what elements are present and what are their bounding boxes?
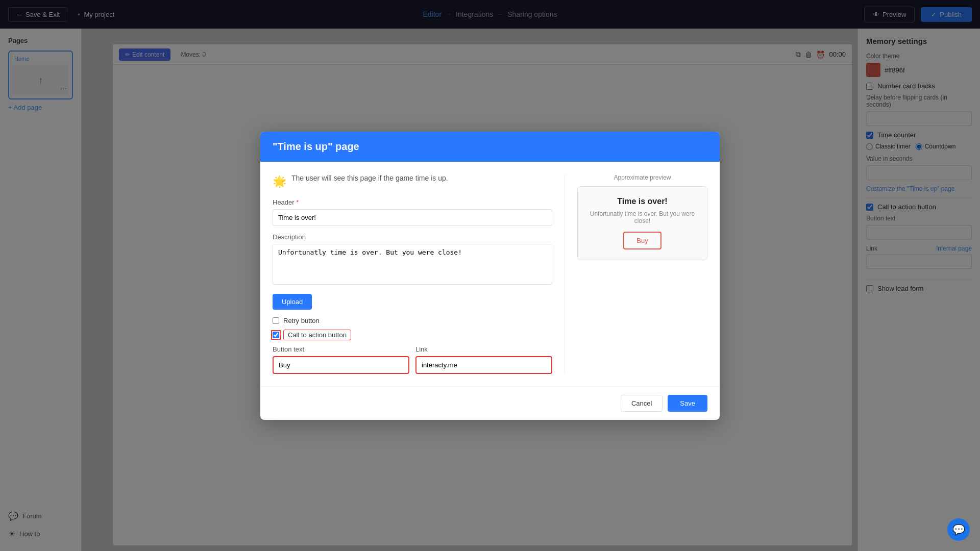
modal-title: "Time is up" page (273, 141, 359, 153)
modal-form: 🌟 The user will see this page if the gam… (273, 174, 552, 374)
upload-button[interactable]: Upload (273, 294, 312, 310)
button-text-input[interactable] (273, 356, 409, 374)
sun-icon: 🌟 (273, 175, 286, 188)
time-is-up-modal: "Time is up" page 🌟 The user will see th… (260, 132, 720, 420)
retry-button-label: Retry button (283, 317, 320, 324)
call-to-action-modal-row: Call to action button (273, 330, 552, 340)
modal-footer: Cancel Save (260, 386, 720, 420)
modal-overlay: "Time is up" page 🌟 The user will see th… (0, 0, 980, 551)
preview-label: Approximate preview (577, 174, 707, 181)
preview-title: Time is over! (588, 197, 697, 206)
link-field: Link (415, 345, 552, 374)
retry-button-row: Retry button (273, 317, 552, 324)
button-fields-group: Button text Link (273, 345, 552, 374)
cancel-button[interactable]: Cancel (621, 395, 663, 412)
save-button[interactable]: Save (668, 395, 707, 412)
modal-body: 🌟 The user will see this page if the gam… (260, 162, 720, 386)
modal-preview: Approximate preview Time is over! Unfort… (565, 174, 707, 374)
preview-box: Time is over! Unfortunatly time is over.… (577, 186, 707, 260)
retry-button-checkbox[interactable] (273, 317, 279, 324)
required-asterisk: * (296, 198, 299, 206)
link-field-label: Link (415, 345, 552, 353)
description-label: Description (273, 233, 552, 241)
call-to-action-modal-checkbox[interactable] (273, 332, 279, 338)
button-text-label: Button text (273, 345, 409, 353)
modal-info-row: 🌟 The user will see this page if the gam… (273, 174, 552, 188)
modal-info-text: The user will see this page if the game … (291, 174, 448, 182)
button-text-field: Button text (273, 345, 409, 374)
description-textarea[interactable]: Unfortunatly time is over. But you were … (273, 244, 552, 285)
preview-desc: Unfortunatly time is over. But you were … (588, 210, 697, 224)
chat-bubble-icon: 💬 (952, 523, 965, 536)
header-input[interactable] (273, 209, 552, 226)
modal-header: "Time is up" page (260, 132, 720, 162)
chat-bubble[interactable]: 💬 (947, 518, 970, 541)
call-to-action-modal-label: Call to action button (283, 330, 351, 340)
header-label: Header * (273, 198, 552, 206)
preview-buy-button[interactable]: Buy (623, 232, 661, 249)
link-input[interactable] (415, 356, 552, 374)
